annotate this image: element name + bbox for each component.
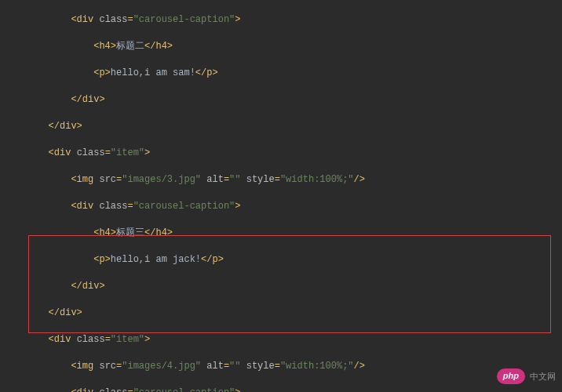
code-line: <div class="carousel-caption">	[3, 200, 562, 213]
code-line: </div>	[3, 120, 562, 133]
code-line: <h4>标题二</h4>	[3, 40, 562, 53]
watermark-pill: php	[497, 368, 525, 384]
code-line: <h4>标题三</h4>	[3, 227, 562, 240]
code-line: <div class="item">	[3, 333, 562, 347]
code-line: <p>hello,i am jack!</p>	[3, 253, 562, 267]
code-editor[interactable]: <div class="carousel-caption"> <h4>标题二</…	[0, 0, 562, 392]
code-line: <div class="item">	[3, 147, 562, 160]
code-line: <img src="images/4.jpg" alt="" style="wi…	[3, 360, 562, 373]
code-line: </div>	[3, 280, 562, 293]
watermark: php 中文网	[497, 368, 556, 384]
code-line: <div class="carousel-caption">	[3, 13, 562, 27]
watermark-text: 中文网	[530, 370, 556, 383]
code-line: <img src="images/3.jpg" alt="" style="wi…	[3, 173, 562, 187]
code-line: </div>	[3, 307, 562, 320]
code-line: </div>	[3, 93, 562, 107]
code-line: <div class="carousel-caption">	[3, 387, 562, 392]
code-line: <p>hello,i am sam!</p>	[3, 67, 562, 80]
